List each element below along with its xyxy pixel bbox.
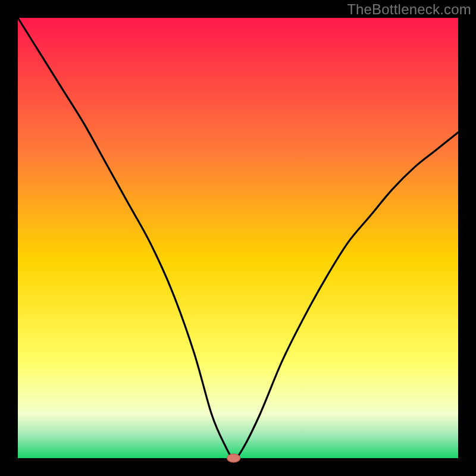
plot-background [18, 18, 458, 458]
minimum-marker [227, 454, 240, 462]
chart-frame: { "watermark": "TheBottleneck.com", "col… [0, 0, 476, 476]
bottleneck-chart [0, 0, 476, 476]
watermark-text: TheBottleneck.com [347, 1, 471, 18]
